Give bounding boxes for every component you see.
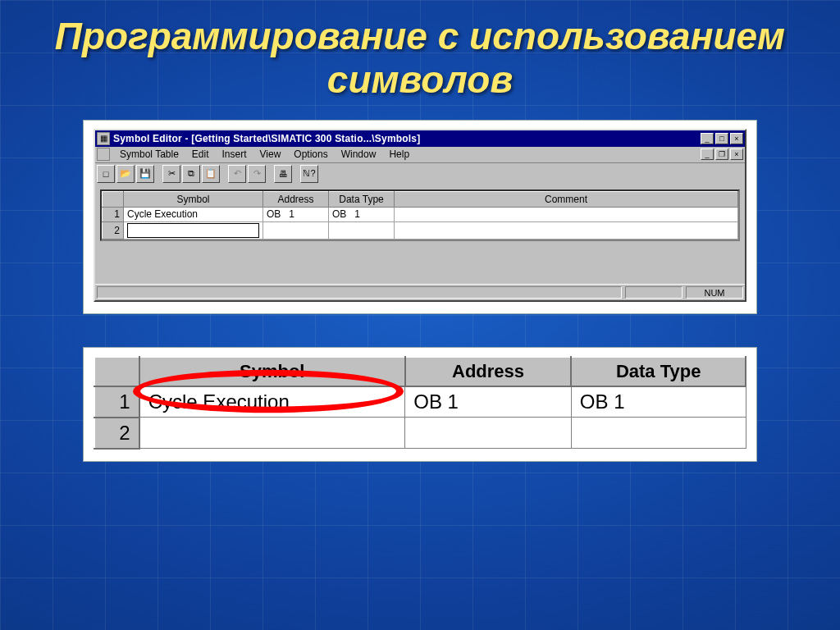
col-header-symbol[interactable]: Symbol xyxy=(124,191,263,207)
slide-title: Программирование с использованием символ… xyxy=(0,0,840,102)
zoom-cell-symbol xyxy=(139,418,405,449)
menu-edit[interactable]: Edit xyxy=(185,147,216,162)
cell-symbol[interactable]: Cycle Execution xyxy=(124,207,263,221)
cell-address[interactable] xyxy=(263,221,329,239)
table-row[interactable]: 2 xyxy=(103,221,738,239)
mdi-restore-button[interactable]: ❐ xyxy=(715,148,728,160)
system-menu-icon[interactable]: ▦ xyxy=(97,132,110,145)
col-header-datatype[interactable]: Data Type xyxy=(329,191,395,207)
zoom-col-header-address: Address xyxy=(405,357,572,386)
zoom-grid-corner xyxy=(94,357,139,386)
menu-view[interactable]: View xyxy=(253,147,288,162)
zoom-cell-datatype: OB 1 xyxy=(571,386,746,418)
toolbar-context-help-icon[interactable]: ℕ? xyxy=(300,165,318,183)
menu-symbol-table[interactable]: Symbol Table xyxy=(113,147,185,162)
mdi-close-button[interactable]: × xyxy=(730,148,743,160)
cell-symbol-editing[interactable] xyxy=(124,221,263,239)
table-row: 2 xyxy=(94,418,746,449)
toolbar-save-icon[interactable]: 💾 xyxy=(136,165,154,183)
zoom-cell-address xyxy=(405,418,572,449)
cell-address[interactable]: OB 1 xyxy=(263,207,329,221)
zoom-cell-datatype xyxy=(571,418,746,449)
col-header-address[interactable]: Address xyxy=(263,191,329,207)
toolbar: □ 📂 💾 ✂ ⧉ 📋 ↶ ↷ 🖶 ℕ? xyxy=(95,163,745,185)
zoom-col-header-symbol: Symbol xyxy=(139,357,405,386)
minimize-button[interactable]: _ xyxy=(701,133,714,144)
cell-datatype[interactable] xyxy=(329,221,395,239)
status-bar: NUM xyxy=(95,284,745,300)
table-row: 1 Cycle Execution OB 1 OB 1 xyxy=(94,386,746,418)
col-header-comment[interactable]: Comment xyxy=(395,191,738,207)
toolbar-paste-icon[interactable]: 📋 xyxy=(202,165,220,183)
menu-window[interactable]: Window xyxy=(335,147,383,162)
status-cell-num: NUM xyxy=(686,286,743,299)
mdi-child-icon[interactable] xyxy=(97,148,110,161)
maximize-button[interactable]: □ xyxy=(715,133,728,144)
close-button[interactable]: × xyxy=(730,133,743,144)
zoom-col-header-datatype: Data Type xyxy=(571,357,746,386)
mdi-minimize-button[interactable]: _ xyxy=(701,148,714,160)
menu-help[interactable]: Help xyxy=(382,147,416,162)
toolbar-copy-icon[interactable]: ⧉ xyxy=(182,165,200,183)
grid-corner[interactable] xyxy=(103,191,124,207)
menu-bar: Symbol Table Edit Insert View Options Wi… xyxy=(95,147,745,163)
row-header[interactable]: 2 xyxy=(103,221,124,239)
status-spacer xyxy=(97,286,622,299)
row-header[interactable]: 1 xyxy=(103,207,124,221)
cell-comment[interactable] xyxy=(395,221,738,239)
screenshot-panel-zoom: Symbol Address Data Type 1 Cycle Executi… xyxy=(83,347,757,462)
toolbar-new-icon[interactable]: □ xyxy=(97,165,115,183)
menu-options[interactable]: Options xyxy=(287,147,334,162)
toolbar-open-icon[interactable]: 📂 xyxy=(116,165,135,183)
status-cell-empty xyxy=(625,286,682,299)
screenshot-panel-editor: ▦ Symbol Editor - [Getting Started\SIMAT… xyxy=(83,120,757,314)
cell-datatype[interactable]: OB 1 xyxy=(329,207,395,221)
table-row[interactable]: 1 Cycle Execution OB 1 OB 1 xyxy=(103,207,738,221)
symbol-editor-window: ▦ Symbol Editor - [Getting Started\SIMAT… xyxy=(94,129,746,302)
symbol-input[interactable] xyxy=(127,223,259,238)
window-title-text: Symbol Editor - [Getting Started\SIMATIC… xyxy=(113,133,699,144)
toolbar-redo-icon[interactable]: ↷ xyxy=(248,165,266,183)
window-titlebar[interactable]: ▦ Symbol Editor - [Getting Started\SIMAT… xyxy=(95,130,745,147)
toolbar-print-icon[interactable]: 🖶 xyxy=(274,165,292,183)
toolbar-cut-icon[interactable]: ✂ xyxy=(162,165,180,183)
toolbar-undo-icon[interactable]: ↶ xyxy=(228,165,246,183)
symbol-grid[interactable]: Symbol Address Data Type Comment 1 Cycle… xyxy=(100,189,740,241)
zoom-cell-address: OB 1 xyxy=(405,386,572,418)
zoom-cell-symbol: Cycle Execution xyxy=(139,386,405,418)
zoom-grid: Symbol Address Data Type 1 Cycle Executi… xyxy=(94,356,746,450)
zoom-row-header: 1 xyxy=(94,386,139,418)
menu-insert[interactable]: Insert xyxy=(216,147,253,162)
cell-comment[interactable] xyxy=(395,207,738,221)
zoom-row-header: 2 xyxy=(94,418,139,449)
